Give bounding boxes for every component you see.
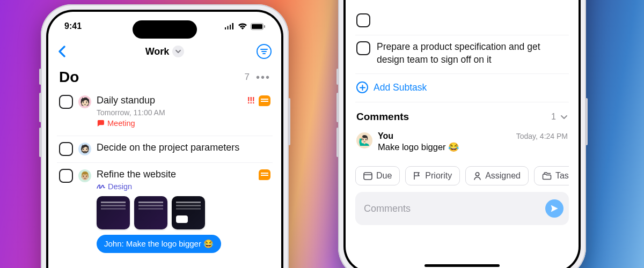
comment-text: Make logo bigger 😂 <box>378 142 568 152</box>
volume-up-button <box>39 93 41 122</box>
volume-up-button <box>336 93 339 122</box>
comments-icon[interactable] <box>259 95 270 106</box>
subtask-checkbox[interactable] <box>356 41 370 55</box>
task-checkbox[interactable] <box>59 95 73 109</box>
power-button <box>586 98 588 145</box>
task-title: Refine the website <box>97 168 259 181</box>
person-icon <box>473 172 481 180</box>
phone-frame-right: Prepare a product specification and get … <box>338 0 586 268</box>
task-row[interactable]: 👨🏼 Refine the website Design <box>57 163 273 260</box>
flag-icon <box>413 172 421 180</box>
phone-screen-right: Prepare a product specification and get … <box>346 0 579 268</box>
filter-button[interactable] <box>257 44 272 59</box>
comments-section-header[interactable]: Comments 1 <box>355 102 569 128</box>
quick-property-chips: Due Priority Assigned Task Type <box>355 162 569 192</box>
mute-switch <box>336 69 339 85</box>
volume-down-button <box>336 128 339 157</box>
meeting-icon <box>97 120 105 127</box>
assignee-avatar: 🧑🏻 <box>78 95 91 108</box>
folders-icon <box>542 172 552 180</box>
section-header: Do 7 ••• <box>48 62 281 89</box>
phone-bezel: 9:41 Work <box>46 10 283 268</box>
plus-circle-icon <box>356 81 368 93</box>
comments-title: Comments <box>356 111 409 123</box>
chip-due[interactable]: Due <box>355 166 400 185</box>
task-tag-meeting: Meeting <box>97 119 135 128</box>
task-list: 🧑🏻 Daily standup Tomorrow, 11:00 AM Meet… <box>48 89 281 259</box>
phone-screen-left: 9:41 Work <box>48 12 281 268</box>
svg-point-4 <box>475 173 479 176</box>
assignee-avatar: 👨🏼 <box>78 169 91 182</box>
section-more-button[interactable]: ••• <box>256 72 270 83</box>
comment-author: You <box>378 131 393 141</box>
comments-icon[interactable] <box>259 169 270 180</box>
send-icon <box>550 204 559 213</box>
comment-avatar: 🙋🏻‍♂️ <box>356 132 372 148</box>
phone-frame-left: 9:41 Work <box>41 4 289 268</box>
chip-priority[interactable]: Priority <box>405 166 460 185</box>
back-button[interactable] <box>58 46 66 57</box>
latest-comment-bubble[interactable]: John: Make the logo bigger 😂 <box>97 235 221 253</box>
power-button <box>288 98 290 145</box>
home-indicator[interactable] <box>425 264 500 267</box>
chip-assigned[interactable]: Assigned <box>465 166 529 185</box>
volume-down-button <box>39 128 41 157</box>
attachment-thumbnail[interactable] <box>172 196 205 229</box>
add-subtask-button[interactable]: Add Subtask <box>355 73 569 102</box>
subtask-checkbox[interactable] <box>356 13 370 27</box>
attachment-thumbnail[interactable] <box>97 196 130 229</box>
subtask-row[interactable]: Prepare a product specification and get … <box>355 35 569 73</box>
chip-task-type[interactable]: Task Type <box>534 166 569 185</box>
nav-title: Work <box>145 46 170 57</box>
list-picker-button[interactable] <box>172 46 184 57</box>
task-due: Tomorrow, 11:00 AM <box>97 108 242 117</box>
subtask-title <box>377 13 379 26</box>
scribble-icon <box>97 183 105 190</box>
attachment-thumbnail[interactable] <box>134 196 167 229</box>
task-checkbox[interactable] <box>59 142 73 156</box>
svg-rect-2 <box>264 25 265 28</box>
add-subtask-label: Add Subtask <box>374 82 427 93</box>
nav-bar: Work <box>48 41 281 62</box>
dynamic-island <box>133 20 197 39</box>
chevron-down-icon <box>560 112 568 122</box>
subtask-title: Prepare a product specification and get … <box>377 41 568 66</box>
chip-label: Priority <box>425 171 452 181</box>
comment-row: 🙋🏻‍♂️ You Today, 4:24 PM Make logo bigge… <box>355 128 569 162</box>
task-title: Daily standup <box>97 94 242 107</box>
send-button[interactable] <box>545 199 564 218</box>
battery-icon <box>251 23 265 30</box>
section-count: 7 <box>245 72 250 83</box>
task-row[interactable]: 🧔🏻 Decide on the project parameters <box>57 136 273 163</box>
status-icons <box>224 23 265 30</box>
assignee-avatar: 🧔🏻 <box>78 143 91 155</box>
calendar-icon <box>363 172 372 180</box>
chip-label: Assigned <box>485 171 521 181</box>
task-tag-label: Design <box>108 182 132 191</box>
subtask-row[interactable] <box>355 13 569 35</box>
task-tag-label: Meeting <box>107 119 135 128</box>
status-time: 9:41 <box>64 21 82 31</box>
task-row[interactable]: 🧑🏻 Daily standup Tomorrow, 11:00 AM Meet… <box>57 89 273 136</box>
filter-icon <box>260 49 268 54</box>
attachment-thumbnails[interactable] <box>97 196 270 229</box>
svg-rect-1 <box>252 24 262 29</box>
wifi-icon <box>238 23 247 29</box>
svg-rect-3 <box>364 173 372 180</box>
chip-label: Task Type <box>555 171 569 181</box>
task-tag-design: Design <box>97 182 132 191</box>
task-title: Decide on the project parameters <box>97 142 270 154</box>
mute-switch <box>39 69 41 85</box>
comments-count: 1 <box>551 112 556 122</box>
comment-timestamp: Today, 4:24 PM <box>516 132 568 140</box>
chip-label: Due <box>376 171 392 181</box>
priority-indicator: !!! <box>247 95 254 106</box>
chevron-down-icon <box>175 50 181 54</box>
phone-bezel: Prepare a product specification and get … <box>343 0 581 268</box>
composer-placeholder: Comments <box>364 203 540 214</box>
task-checkbox[interactable] <box>59 169 73 183</box>
comment-composer[interactable]: Comments <box>355 192 569 225</box>
cellular-icon <box>224 23 235 29</box>
section-title: Do <box>59 69 79 86</box>
